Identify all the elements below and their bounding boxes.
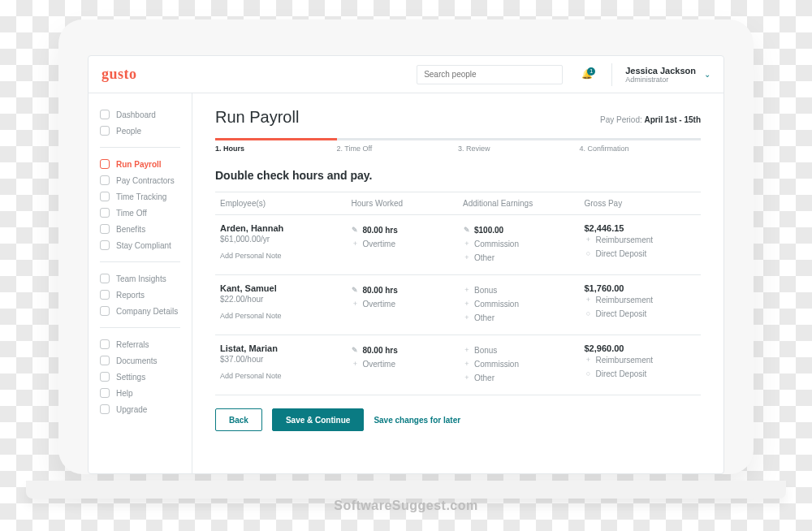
plus-icon: + bbox=[584, 234, 592, 246]
edit-icon: ✎ bbox=[351, 344, 359, 356]
plus-icon: + bbox=[463, 358, 471, 370]
add-reimbursement[interactable]: +Reimbursement bbox=[584, 353, 696, 367]
add-note-link[interactable]: Add Personal Note bbox=[220, 252, 341, 260]
back-button[interactable]: Back bbox=[215, 408, 262, 431]
add-overtime[interactable]: +Overtime bbox=[351, 357, 453, 371]
sidebar-item-label: Upgrade bbox=[116, 405, 147, 414]
plus-icon: + bbox=[584, 354, 592, 366]
user-menu[interactable]: Jessica Jackson Administrator ⌄ bbox=[625, 66, 710, 84]
sidebar-item-time-tracking[interactable]: Time Tracking bbox=[89, 188, 192, 205]
nav-icon bbox=[100, 110, 110, 119]
plus-icon: + bbox=[351, 298, 359, 310]
sidebar-item-label: Benefits bbox=[116, 225, 145, 234]
step-confirmation[interactable]: 4. Confirmation bbox=[580, 138, 702, 153]
col-gross: Gross Pay bbox=[579, 192, 701, 215]
add-commission[interactable]: +Commission bbox=[463, 297, 575, 311]
nav-icon bbox=[100, 240, 110, 250]
nav-icon bbox=[100, 404, 110, 414]
logo: gusto bbox=[102, 66, 137, 83]
col-employee: Employee(s) bbox=[215, 192, 346, 215]
additional-earning[interactable]: ✎$100.00 bbox=[463, 223, 575, 237]
direct-deposit[interactable]: ○Direct Deposit bbox=[584, 307, 696, 321]
sidebar-item-dashboard[interactable]: Dashboard bbox=[89, 106, 192, 123]
gross-pay: $2,960.00 bbox=[584, 343, 696, 353]
pay-period: Pay Period: April 1st - 15th bbox=[600, 115, 701, 124]
sidebar-item-label: Company Details bbox=[116, 307, 178, 316]
nav-icon bbox=[100, 356, 110, 365]
sidebar-item-label: Time Tracking bbox=[116, 192, 166, 201]
nav-icon bbox=[100, 224, 110, 234]
sidebar-item-benefits[interactable]: Benefits bbox=[89, 221, 192, 237]
step-review[interactable]: 3. Review bbox=[458, 138, 580, 153]
sidebar-item-upgrade[interactable]: Upgrade bbox=[89, 401, 192, 417]
step-hours[interactable]: 1. Hours bbox=[215, 138, 337, 153]
stepper: 1. Hours 2. Time Off 3. Review 4. Confir… bbox=[215, 138, 701, 153]
add-reimbursement[interactable]: +Reimbursement bbox=[584, 233, 696, 247]
sidebar-item-settings[interactable]: Settings bbox=[89, 369, 192, 385]
sidebar-item-company-details[interactable]: Company Details bbox=[89, 303, 192, 319]
add-overtime[interactable]: +Overtime bbox=[351, 297, 453, 311]
notification-badge: 1 bbox=[587, 67, 595, 76]
edit-icon: ✎ bbox=[463, 224, 471, 236]
sidebar-item-label: Team Insights bbox=[116, 274, 166, 283]
edit-icon: ✎ bbox=[351, 224, 359, 236]
sidebar-item-referrals[interactable]: Referrals bbox=[89, 336, 192, 352]
hours-worked[interactable]: ✎80.00 hrs bbox=[351, 283, 453, 297]
direct-deposit[interactable]: ○Direct Deposit bbox=[584, 367, 696, 381]
add-commission[interactable]: +Commission bbox=[463, 357, 575, 371]
circle-icon: ○ bbox=[584, 308, 592, 320]
chevron-down-icon: ⌄ bbox=[704, 70, 710, 79]
sidebar-item-team-insights[interactable]: Team Insights bbox=[89, 270, 192, 287]
sidebar-item-reports[interactable]: Reports bbox=[89, 287, 192, 303]
sidebar-item-documents[interactable]: Documents bbox=[89, 352, 192, 369]
hours-worked[interactable]: ✎80.00 hrs bbox=[351, 223, 453, 237]
col-additional: Additional Earnings bbox=[458, 192, 580, 215]
nav-icon bbox=[100, 192, 110, 201]
nav-icon bbox=[100, 274, 110, 283]
step-timeoff[interactable]: 2. Time Off bbox=[337, 138, 459, 153]
vertical-divider bbox=[611, 63, 612, 86]
sidebar-item-label: Settings bbox=[116, 373, 145, 382]
employee-rate: $22.00/hour bbox=[220, 295, 341, 304]
circle-icon: ○ bbox=[584, 368, 592, 380]
sidebar-item-label: Reports bbox=[116, 291, 145, 300]
additional-earning[interactable]: +Bonus bbox=[463, 343, 575, 357]
save-continue-button[interactable]: Save & Continue bbox=[272, 408, 364, 431]
nav-icon bbox=[100, 388, 110, 398]
additional-earning[interactable]: +Bonus bbox=[463, 283, 575, 297]
hours-worked[interactable]: ✎80.00 hrs bbox=[351, 343, 453, 357]
gross-pay: $1,760.00 bbox=[584, 283, 696, 293]
gross-pay: $2,446.15 bbox=[584, 223, 696, 233]
sidebar-item-label: Documents bbox=[116, 356, 158, 365]
employee-rate: $61,000.00/yr bbox=[220, 235, 341, 244]
add-note-link[interactable]: Add Personal Note bbox=[220, 312, 341, 320]
sidebar-item-label: Help bbox=[116, 389, 133, 398]
notifications-button[interactable]: 🔔 1 bbox=[576, 69, 598, 80]
save-later-link[interactable]: Save changes for later bbox=[374, 416, 460, 425]
nav-icon bbox=[100, 126, 110, 136]
sidebar-item-pay-contractors[interactable]: Pay Contractors bbox=[89, 172, 192, 188]
plus-icon: + bbox=[463, 284, 471, 296]
sidebar-item-run-payroll[interactable]: Run Payroll bbox=[89, 156, 192, 172]
search-input[interactable] bbox=[417, 65, 563, 84]
topbar: gusto 🔔 1 Jessica Jackson Administrator … bbox=[89, 56, 723, 93]
sidebar-item-help[interactable]: Help bbox=[89, 385, 192, 401]
sidebar-item-stay-compliant[interactable]: Stay Compliant bbox=[89, 237, 192, 253]
add-note-link[interactable]: Add Personal Note bbox=[220, 372, 341, 380]
plus-icon: + bbox=[351, 358, 359, 370]
add-other[interactable]: +Other bbox=[463, 251, 575, 265]
add-overtime[interactable]: +Overtime bbox=[351, 237, 453, 251]
add-reimbursement[interactable]: +Reimbursement bbox=[584, 293, 696, 307]
user-name: Jessica Jackson bbox=[625, 66, 696, 76]
page-title: Run Payroll bbox=[215, 108, 299, 127]
sidebar-item-people[interactable]: People bbox=[89, 123, 192, 139]
add-other[interactable]: +Other bbox=[463, 371, 575, 385]
direct-deposit[interactable]: ○Direct Deposit bbox=[584, 247, 696, 261]
sidebar-item-label: Time Off bbox=[116, 209, 147, 218]
nav-icon bbox=[100, 372, 110, 382]
nav-icon bbox=[100, 339, 110, 349]
add-commission[interactable]: +Commission bbox=[463, 237, 575, 251]
add-other[interactable]: +Other bbox=[463, 311, 575, 325]
action-bar: Back Save & Continue Save changes for la… bbox=[215, 408, 701, 431]
sidebar-item-time-off[interactable]: Time Off bbox=[89, 205, 192, 221]
